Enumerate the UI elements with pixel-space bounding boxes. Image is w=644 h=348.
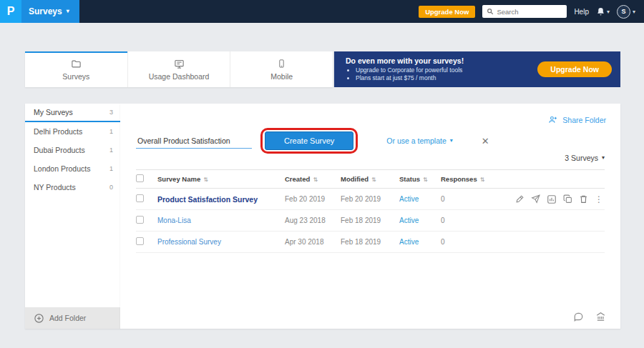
use-template-label: Or use a template [386, 136, 446, 145]
tab-label: Mobile [270, 72, 293, 81]
promo-bullet: Upgrade to Corporate for powerful tools [356, 66, 464, 74]
archive-bank-icon[interactable] [595, 312, 606, 322]
chevron-down-icon: ▾ [67, 9, 69, 14]
created-cell: Feb 20 2019 [285, 189, 341, 210]
feedback-bubble-icon[interactable] [573, 312, 584, 322]
tab-mobile[interactable]: Mobile [230, 51, 333, 87]
tab-usage-dashboard[interactable]: Usage Dashboard [128, 51, 231, 87]
sidebar-item-delhi-products[interactable]: Delhi Products 1 [25, 122, 120, 141]
status-badge: Active [399, 195, 419, 203]
plus-circle-icon [34, 313, 44, 324]
folder-count: 1 [109, 165, 113, 172]
sidebar-item-my-surveys[interactable]: My Surveys 3 [25, 104, 120, 122]
table-row: Mona-Lisa Aug 23 2018 Feb 18 2019 Active… [136, 210, 605, 232]
folder-count: 3 [109, 109, 113, 116]
created-cell: Aug 23 2018 [285, 210, 341, 232]
folder-count: 0 [109, 184, 113, 191]
surveys-count-label: 3 Surveys [565, 154, 598, 162]
row-checkbox[interactable] [136, 237, 144, 245]
folder-label: Delhi Products [34, 127, 82, 136]
promo-bullets: Upgrade to Corporate for powerful tools … [356, 66, 464, 82]
responses-count: 0 [441, 195, 445, 203]
promo-title: Do even more with your surveys! [346, 56, 464, 65]
header-modified[interactable]: Modified⇅ [341, 170, 399, 189]
surveys-table: Survey Name⇅ Created⇅ Modified⇅ Status⇅ … [136, 169, 605, 253]
folder-icon [70, 59, 82, 69]
use-template-link[interactable]: Or use a template ▾ [386, 136, 452, 145]
status-badge: Active [399, 217, 419, 224]
upgrade-now-button[interactable]: Upgrade Now [419, 6, 475, 18]
survey-name-link[interactable]: Mona-Lisa [157, 217, 191, 224]
search-input[interactable] [497, 8, 561, 16]
row-checkbox[interactable] [136, 216, 144, 224]
app-menu-surveys[interactable]: Surveys ▾ [21, 0, 79, 23]
folder-label: My Surveys [34, 108, 73, 116]
promo-upgrade-button[interactable]: Upgrade Now [537, 61, 612, 77]
modified-cell: Feb 20 2019 [341, 189, 399, 210]
tab-label: Usage Dashboard [149, 72, 210, 81]
add-folder-button[interactable]: Add Folder [25, 307, 120, 329]
chevron-down-icon: ▾ [607, 9, 610, 15]
responses-count: 0 [441, 217, 445, 224]
send-paper-plane-icon[interactable] [531, 194, 540, 204]
header-survey-name[interactable]: Survey Name⇅ [157, 170, 285, 189]
app-menu-label: Surveys [29, 6, 62, 16]
surveys-panel: Share Folder Create Survey Or use a temp… [120, 104, 620, 329]
sidebar-item-ny-products[interactable]: NY Products 0 [25, 178, 120, 197]
share-folder-button[interactable]: Share Folder [547, 115, 606, 124]
copy-icon[interactable] [563, 194, 572, 204]
search-box[interactable] [482, 5, 567, 18]
bell-icon [596, 7, 605, 16]
status-badge: Active [399, 238, 419, 246]
share-folder-label: Share Folder [562, 116, 606, 124]
select-all-checkbox[interactable] [136, 174, 144, 182]
header-created[interactable]: Created⇅ [285, 170, 341, 189]
chevron-down-icon: ▾ [450, 138, 453, 144]
create-survey-row: Create Survey Or use a template ▾ ✕ [136, 131, 605, 151]
notifications-menu[interactable]: ▾ [596, 7, 610, 16]
trash-icon[interactable] [579, 194, 588, 204]
table-row: Professional Survey Apr 30 2018 Feb 18 2… [136, 232, 605, 253]
close-icon[interactable]: ✕ [482, 136, 489, 146]
edit-pencil-icon[interactable] [515, 194, 525, 204]
table-header-row: Survey Name⇅ Created⇅ Modified⇅ Status⇅ … [136, 170, 605, 189]
sort-icon: ⇅ [480, 177, 485, 183]
create-survey-button[interactable]: Create Survey [265, 131, 353, 150]
sort-icon: ⇅ [371, 177, 376, 183]
sidebar-item-london-products[interactable]: London Products 1 [25, 159, 120, 178]
new-survey-name-input[interactable] [136, 134, 252, 149]
tab-label: Surveys [62, 72, 89, 81]
header-status[interactable]: Status⇅ [399, 170, 441, 189]
sidebar-item-dubai-products[interactable]: Dubai Products 1 [25, 141, 120, 159]
surveys-count-dropdown[interactable]: 3 Surveys ▾ [565, 154, 605, 162]
modified-cell: Feb 18 2019 [341, 210, 399, 232]
tab-surveys[interactable]: Surveys [25, 51, 128, 87]
row-actions: ⋮ [491, 194, 605, 204]
help-link[interactable]: Help [574, 8, 589, 16]
chevron-down-icon: ▾ [633, 9, 635, 15]
add-folder-label: Add Folder [49, 314, 86, 322]
chevron-down-icon: ▾ [602, 155, 605, 161]
modified-cell: Feb 18 2019 [341, 232, 399, 253]
sort-icon: ⇅ [423, 177, 428, 183]
report-chart-icon[interactable] [547, 194, 557, 204]
more-options-icon[interactable]: ⋮ [595, 194, 603, 204]
row-checkbox[interactable] [136, 194, 144, 202]
share-person-icon [547, 115, 558, 124]
mobile-icon [277, 58, 286, 69]
folder-label: NY Products [34, 183, 76, 192]
account-menu[interactable]: S ▾ [617, 5, 635, 19]
panel-footer-tools [573, 312, 606, 322]
header-responses[interactable]: Responses⇅ [441, 170, 491, 189]
top-bar: P Surveys ▾ Upgrade Now Help ▾ S ▾ [0, 0, 644, 23]
folders-sidebar: My Surveys 3 Delhi Products 1 Dubai Prod… [25, 104, 120, 329]
dashboard-icon [173, 59, 185, 69]
promo-banner: Do even more with your surveys! Upgrade … [334, 51, 620, 87]
avatar: S [617, 5, 630, 19]
created-cell: Apr 30 2018 [285, 232, 341, 253]
table-row: Product Satisfaction Survey Feb 20 2019 … [136, 189, 605, 210]
survey-name-link[interactable]: Product Satisfaction Survey [157, 195, 258, 204]
sort-icon: ⇅ [313, 177, 318, 183]
survey-name-link[interactable]: Professional Survey [157, 238, 221, 246]
folder-count: 1 [109, 128, 113, 135]
